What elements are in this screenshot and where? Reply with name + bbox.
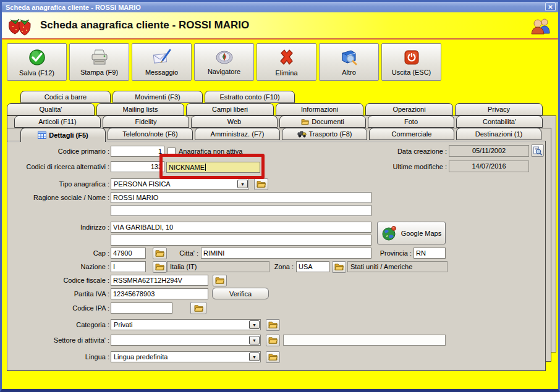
ragione-sociale-field-2[interactable]	[111, 205, 371, 216]
tab-telefono-note[interactable]: Telefono/note (F6)	[108, 128, 193, 140]
annotation-red-rectangle	[159, 154, 265, 179]
tab-documenti[interactable]: Documenti	[279, 115, 366, 128]
codici-ricerca-field[interactable]: 133	[111, 161, 164, 172]
tab-dettagli[interactable]: Dettagli (F5)	[20, 128, 106, 142]
codice-primario-label: Codice primario :	[14, 146, 109, 157]
date-lookup-button[interactable]	[531, 144, 544, 157]
check-circle-icon	[28, 48, 46, 67]
tab-foto[interactable]: Foto	[368, 115, 454, 128]
chevron-down-icon[interactable]	[249, 336, 260, 344]
codice-fiscale-lookup-button[interactable]	[213, 275, 227, 286]
tab-commerciale[interactable]: Commerciale	[369, 128, 454, 140]
nazione-lookup-button[interactable]	[153, 261, 167, 273]
nazione-label: Nazione :	[14, 261, 109, 272]
google-maps-button[interactable]: Google Maps	[377, 222, 446, 244]
codice-primario-field[interactable]: 1	[111, 146, 164, 157]
print-button[interactable]: Stampa (F9)	[69, 43, 129, 81]
settore-descr-field	[283, 335, 446, 346]
categoria-dropdown[interactable]: Privati	[111, 319, 261, 330]
zona-field[interactable]: USA	[296, 261, 329, 272]
zona-label: Zona :	[257, 261, 294, 272]
chevron-down-icon[interactable]	[249, 320, 260, 329]
tab-contabilita[interactable]: Contabilita'	[456, 115, 543, 128]
title-bar-text: Scheda anagrafica cliente - ROSSI MARIO	[6, 4, 141, 11]
indirizzo-field[interactable]: VIA GARIBALDI, 10	[111, 222, 371, 233]
tab-destinazioni[interactable]: Destinazioni (1)	[456, 128, 541, 140]
cap-field[interactable]: 47900	[111, 248, 146, 259]
lingua-dropdown[interactable]: Lingua predefinita	[111, 351, 261, 362]
partita-iva-field[interactable]: 12345678903	[111, 288, 208, 299]
tab-movimenti[interactable]: Movimenti (F3)	[112, 91, 203, 103]
strawberry-icon	[7, 14, 33, 36]
indirizzo-field-2[interactable]	[111, 235, 371, 246]
nazione-field[interactable]: I	[111, 261, 146, 272]
save-button[interactable]: Salva (F12)	[7, 43, 67, 81]
title-bar: Scheda anagrafica cliente - ROSSI MARIO …	[2, 2, 558, 12]
settore-label: Settore di attivita' :	[14, 335, 109, 346]
ultime-modifiche-field: 14/07/2016	[449, 161, 529, 172]
indirizzo-label: Indirizzo :	[14, 222, 109, 233]
message-button[interactable]: Messaggio	[132, 43, 192, 81]
tab-fidelity[interactable]: Fidelity	[103, 115, 189, 128]
mail-pen-icon	[152, 49, 172, 66]
book-magnifier-icon	[339, 49, 359, 66]
delete-button[interactable]: Elimina	[257, 43, 316, 81]
provincia-field[interactable]: RN	[414, 248, 446, 259]
codice-ipa-lookup-button[interactable]	[190, 302, 206, 314]
tab-mailing-lists[interactable]: Mailing lists	[96, 103, 184, 115]
chevron-down-icon[interactable]	[249, 352, 260, 361]
data-creazione-field: 05/11/2002	[449, 145, 529, 157]
codice-ipa-field[interactable]	[111, 302, 172, 314]
tab-privacy[interactable]: Privacy	[455, 103, 543, 115]
tab-row-3: Articoli (F11) Fidelity Web Documenti Fo…	[14, 115, 543, 128]
tab-web[interactable]: Web	[191, 115, 278, 128]
verifica-button[interactable]: Verifica	[212, 288, 269, 299]
tab-row-2: Qualita' Mailing lists Campi liberi Info…	[7, 103, 543, 115]
page-title: Scheda anagrafica cliente - ROSSI MARIO	[40, 19, 249, 31]
tab-estratto-conto[interactable]: Estratto conto (F10)	[205, 91, 295, 103]
tab-informazioni[interactable]: Informazioni	[276, 103, 363, 115]
tab-operazioni[interactable]: Operazioni	[365, 103, 453, 115]
citta-field[interactable]: RIMINI	[201, 248, 371, 259]
tipo-anagrafica-dropdown[interactable]: PERSONA FISICA	[111, 178, 249, 190]
tab-amministraz[interactable]: Amministraz. (F7)	[195, 128, 280, 140]
nazione-descr-field: Italia (IT)	[167, 261, 269, 272]
cap-label: Cap :	[14, 248, 109, 259]
citta-label: Citta' :	[161, 248, 198, 259]
folder-icon	[268, 353, 278, 361]
codici-ricerca-label: Codici di ricerca alternativi :	[14, 161, 109, 172]
chevron-down-icon[interactable]	[237, 180, 248, 188]
exit-button[interactable]: Uscita (ESC)	[381, 43, 441, 81]
categoria-lookup-button[interactable]	[266, 319, 280, 331]
power-icon	[403, 49, 420, 66]
app-window: Scheda anagrafica cliente - ROSSI MARIO …	[0, 0, 560, 392]
tab-campi-liberi[interactable]: Campi liberi	[186, 103, 274, 115]
tipo-anagrafica-label: Tipo anagrafica :	[14, 178, 109, 190]
settore-lookup-button[interactable]	[266, 335, 280, 346]
tab-trasporto[interactable]: Trasporto (F8)	[282, 128, 367, 140]
settore-dropdown[interactable]	[111, 335, 261, 346]
folder-icon	[257, 180, 266, 188]
zoom-document-icon	[533, 146, 542, 156]
tab-qualita[interactable]: Qualita'	[7, 103, 95, 115]
more-button[interactable]: Altro	[319, 43, 379, 81]
users-icon[interactable]	[531, 17, 551, 35]
zona-lookup-button[interactable]	[332, 261, 346, 273]
navigator-button[interactable]: Navigatore	[194, 43, 254, 81]
tab-codici-a-barre[interactable]: Codici a barre	[20, 91, 111, 103]
partita-iva-label: Partita IVA :	[14, 288, 109, 299]
header: Scheda anagrafica cliente - ROSSI MARIO	[2, 12, 558, 40]
tab-articoli[interactable]: Articoli (F11)	[14, 115, 101, 128]
tab-row-4: Dettagli (F5) Telefono/note (F6) Amminis…	[20, 128, 541, 142]
codice-fiscale-field[interactable]: RSSMRA62T12H294V	[111, 275, 208, 286]
close-icon[interactable]: ✕	[545, 2, 556, 11]
tab-row-1: Codici a barre Movimenti (F3) Estratto c…	[20, 91, 295, 103]
codice-fiscale-label: Codice fiscale :	[14, 275, 109, 286]
lingua-label: Lingua :	[14, 351, 109, 362]
tipo-anagrafica-lookup-button[interactable]	[254, 178, 268, 190]
ragione-sociale-field[interactable]: ROSSI MARIO	[111, 192, 371, 203]
toolbar: Salva (F12) Stampa (F9) Messaggio Naviga…	[7, 43, 441, 81]
ultime-modifiche-label: Ultime modifiche :	[373, 161, 447, 172]
printer-icon	[90, 49, 109, 66]
lingua-lookup-button[interactable]	[266, 351, 280, 363]
